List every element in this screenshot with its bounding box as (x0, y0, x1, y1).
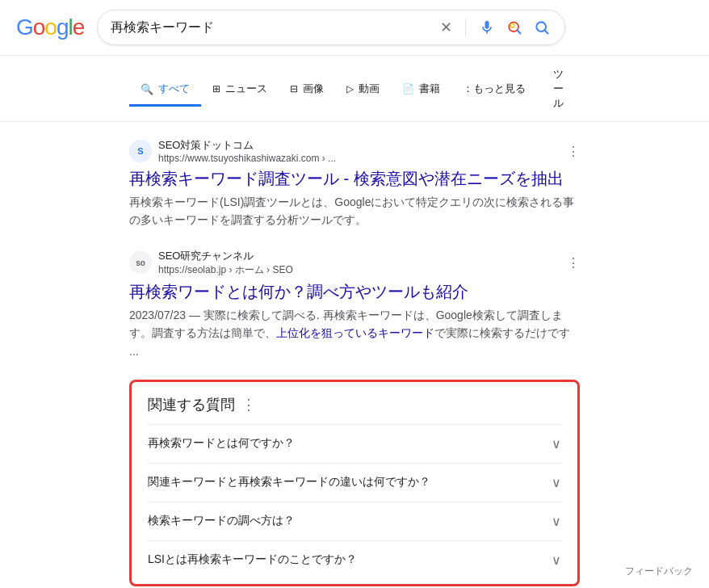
result-1-site-url: https://www.tsuyoshikashiwazaki.com › ..… (158, 153, 336, 164)
tab-video-label: 動画 (359, 82, 380, 96)
result-2-favicon: so (129, 251, 152, 274)
tab-more-label: ：もっと見る (463, 82, 526, 96)
mic-button[interactable] (477, 18, 497, 37)
faq-question-3: 検索キーワードの調べ方は？ (148, 514, 295, 528)
faq-item-4[interactable]: LSIとは再検索キーワードのことですか？ ∨ (148, 540, 561, 571)
search-icon (534, 19, 550, 36)
tab-all-icon: 🔍 (141, 83, 153, 95)
tab-all[interactable]: 🔍 すべて (129, 74, 201, 107)
chevron-down-icon-4: ∨ (552, 552, 561, 568)
result-2-source: so SEO研究チャンネル https://seolab.jp › ホーム › … (129, 249, 580, 277)
clear-button[interactable]: ✕ (438, 17, 454, 38)
result-2-site-name: SEO研究チャンネル (158, 249, 293, 263)
tab-books-label: 書籍 (419, 82, 440, 96)
faq-title: 関連する質問 (148, 395, 235, 414)
tab-news[interactable]: ⊞ ニュース (201, 74, 279, 107)
tab-news-label: ニュース (225, 82, 267, 96)
chevron-down-icon-2: ∨ (552, 475, 561, 490)
logo-o1: o (33, 15, 45, 40)
result-2-desc: 2023/07/23 — 実際に検索して調べる. 再検索キーワードは、Googl… (129, 306, 580, 360)
main-content: S SEO対策ドットコム https://www.tsuyoshikashiwa… (0, 122, 709, 588)
faq-question-4: LSIとは再検索キーワードのことですか？ (148, 552, 357, 567)
lens-icon (506, 19, 522, 36)
faq-item-3[interactable]: 検索キーワードの調べ方は？ ∨ (148, 502, 561, 540)
faq-box: 関連する質問 ⋮ 再検索ワードとは何ですか？ ∨ 関連キーワードと再検索キーワー… (129, 380, 580, 586)
faq-question-2: 関連キーワードと再検索キーワードの違いは何ですか？ (148, 475, 430, 489)
divider (465, 19, 466, 36)
result-1-desc: 再検索キーワード(LSI)調査ツールとは、Googleにおいて特定クエリの次に検… (129, 193, 580, 229)
faq-more-button[interactable]: ⋮ (241, 396, 256, 414)
mic-icon (479, 19, 495, 36)
result-2-date: 2023/07/23 (129, 309, 186, 321)
logo-g: G (16, 15, 33, 40)
result-1: S SEO対策ドットコム https://www.tsuyoshikashiwa… (129, 138, 580, 229)
search-icons: ✕ (438, 17, 552, 38)
nav-tabs: 🔍 すべて ⊞ ニュース ⊟ 画像 ▷ 動画 📄 書籍 ：もっと見る ツール (0, 56, 709, 122)
faq-item-2[interactable]: 関連キーワードと再検索キーワードの違いは何ですか？ ∨ (148, 463, 561, 502)
result-2-desc-text: — 実際に検索して調べる. 再検索キーワードは、Google検索して調査します。… (129, 309, 570, 358)
feedback-link[interactable]: フィードバック (625, 565, 693, 578)
result-2-site-info: SEO研究チャンネル https://seolab.jp › ホーム › SEO (158, 249, 293, 277)
result-1-title[interactable]: 再検索キーワード調査ツール - 検索意図や潜在ニーズを抽出 (129, 167, 580, 190)
logo-o2: o (44, 15, 57, 40)
faq-question-1: 再検索ワードとは何ですか？ (148, 436, 295, 451)
tab-video-icon: ▷ (346, 83, 354, 94)
tab-all-label: すべて (158, 82, 190, 96)
search-button[interactable] (532, 18, 552, 37)
tab-books-icon: 📄 (402, 83, 414, 94)
search-bar: 再検索キーワード ✕ (97, 10, 565, 45)
tab-images[interactable]: ⊟ 画像 (279, 74, 335, 107)
tools-button[interactable]: ツール (537, 59, 580, 121)
tab-books[interactable]: 📄 書籍 (391, 74, 451, 107)
tab-images-icon: ⊟ (290, 83, 298, 94)
tab-news-icon: ⊞ (212, 83, 220, 94)
result-1-site-info: SEO対策ドットコム https://www.tsuyoshikashiwaza… (158, 138, 336, 164)
svg-line-1 (518, 30, 521, 33)
result-1-more-button[interactable]: ⋮ (567, 144, 580, 159)
result-2-site-url: https://seolab.jp › ホーム › SEO (158, 263, 293, 277)
svg-point-2 (510, 23, 514, 27)
svg-line-4 (545, 31, 548, 34)
chevron-down-icon-3: ∨ (552, 514, 561, 529)
tab-images-label: 画像 (303, 82, 324, 96)
result-2: so SEO研究チャンネル https://seolab.jp › ホーム › … (129, 249, 580, 360)
result-2-link[interactable]: 上位化を狙っているキーワード (276, 326, 434, 339)
logo-e: e (73, 15, 85, 40)
tab-video[interactable]: ▷ 動画 (335, 74, 391, 107)
faq-item-1[interactable]: 再検索ワードとは何ですか？ ∨ (148, 424, 561, 463)
clear-icon: ✕ (440, 19, 452, 36)
faq-header: 関連する質問 ⋮ (148, 395, 561, 414)
logo-g2: g (57, 15, 69, 40)
header: G o o g l e 再検索キーワード ✕ (0, 0, 709, 56)
result-1-favicon: S (129, 140, 152, 162)
search-input[interactable]: 再検索キーワード (111, 20, 432, 35)
tab-more[interactable]: ：もっと見る (451, 74, 537, 107)
chevron-down-icon-1: ∨ (552, 436, 561, 452)
result-2-more-button[interactable]: ⋮ (567, 255, 580, 271)
lens-button[interactable] (505, 18, 524, 37)
google-logo: G o o g l e (16, 15, 84, 40)
result-1-site-name: SEO対策ドットコム (158, 138, 336, 153)
result-2-title[interactable]: 再検索ワードとは何か？調べ方やツールも紹介 (129, 280, 580, 303)
result-1-source: S SEO対策ドットコム https://www.tsuyoshikashiwa… (129, 138, 580, 164)
